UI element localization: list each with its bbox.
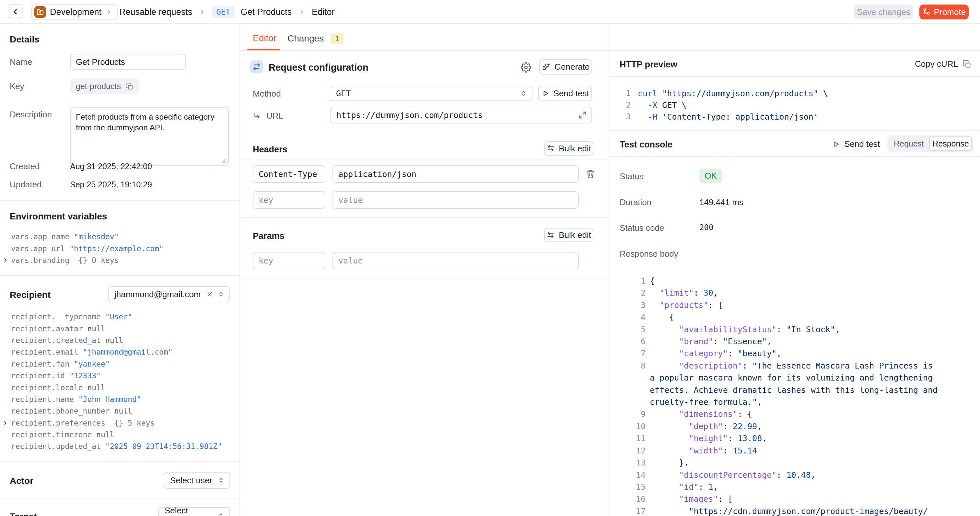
request-swap-icon <box>250 60 263 73</box>
copy-icon[interactable] <box>126 82 134 91</box>
actor-label: Actor <box>10 476 33 486</box>
key-input[interactable] <box>253 191 325 209</box>
attribute-row: recipient.locale null <box>0 382 236 393</box>
code-line: 1curl "https://dummyjson.com/products" \ <box>620 88 974 99</box>
updown-chevrons-icon <box>217 512 225 516</box>
code-content: "availabilityStatus": "In Stock", <box>650 323 951 336</box>
send-test-button[interactable]: Send test <box>538 86 592 101</box>
method-label: Method <box>253 89 281 99</box>
code-content: -X GET \ <box>638 100 687 110</box>
breadcrumb: Reusable requests GET Get Products Edito… <box>119 0 335 24</box>
toggle-request[interactable]: Request <box>888 137 929 151</box>
play-icon <box>541 89 550 97</box>
header-value-input[interactable] <box>332 165 579 183</box>
attribute-key: recipient.timezone <box>11 430 96 439</box>
attribute-key: recipient.name <box>11 395 78 403</box>
copy-curl-button[interactable]: Copy cURL <box>915 59 972 69</box>
header-key-input[interactable] <box>253 165 325 183</box>
response-body-label: Response body <box>620 249 678 259</box>
divider <box>609 76 980 77</box>
attribute-key: recipient.avatar <box>11 325 87 333</box>
description-textarea[interactable]: Fetch products from a specific category … <box>70 107 229 166</box>
divider <box>240 279 609 279</box>
attribute-row: recipient.name "John Hammond" <box>0 393 236 405</box>
method-select[interactable]: GET <box>329 86 533 101</box>
params-bulk-edit-button[interactable]: Bulk edit <box>544 228 593 242</box>
save-changes-button[interactable]: Save changes <box>854 5 913 19</box>
http-preview-title: HTTP preview <box>620 60 677 70</box>
console-send-test-button[interactable]: Send test <box>832 139 880 149</box>
code-content: "https://cdn.dummyjson.com/product-image… <box>650 505 951 516</box>
chevron-right-icon[interactable] <box>3 257 8 263</box>
line-number: 3 <box>620 112 631 121</box>
expand-icon[interactable] <box>578 110 587 119</box>
code-content: "limit": 30, <box>650 287 951 299</box>
description-label: Description <box>10 110 70 119</box>
line-number: 2 <box>620 287 646 299</box>
name-label: Name <box>10 57 70 67</box>
tab-changes[interactable]: Changes 1 <box>288 33 344 44</box>
value-input[interactable] <box>332 252 579 269</box>
delete-row-button[interactable] <box>586 169 595 178</box>
details-title: Details <box>10 34 40 45</box>
attribute-row: recipient.timezone null <box>0 429 236 441</box>
tab-editor[interactable]: Editor <box>253 33 277 43</box>
breadcrumb-item-editor: Editor <box>312 7 335 17</box>
code-line: 5 "availabilityStatus": "In Stock", <box>620 323 977 336</box>
code-content: { <box>650 275 951 287</box>
target-label: Target <box>10 511 37 516</box>
status-badge: OK <box>699 169 722 183</box>
response-body-code: 1{2 "limit": 30,3 "products": [4 {5 "ava… <box>620 275 977 516</box>
name-field[interactable] <box>70 54 186 70</box>
key-pill: get-products <box>70 78 139 94</box>
attribute-row: recipient.email "jhammond@gmail.com" <box>0 346 236 358</box>
created-label: Created <box>10 161 70 172</box>
curl-code: 1curl "https://dummyjson.com/products" \… <box>620 88 974 123</box>
chevron-right-icon[interactable] <box>3 420 8 425</box>
code-line: 4 { <box>620 311 977 323</box>
attribute-key: recipient.locale <box>11 384 87 392</box>
code-content: "depth": 22.99, <box>650 420 951 432</box>
value-input[interactable] <box>332 191 579 209</box>
updown-chevrons-icon <box>520 89 527 97</box>
status-label: Status <box>620 172 644 182</box>
headers-bulk-edit-button[interactable]: Bulk edit <box>544 141 593 156</box>
attribute-value: {} 5 keys <box>110 419 154 427</box>
params-title: Params <box>253 231 285 241</box>
attribute-key: vars.branding <box>11 256 74 264</box>
line-number: 6 <box>620 336 646 347</box>
attribute-row: recipient.id "12333" <box>0 370 236 382</box>
empty-row <box>253 252 579 269</box>
clear-icon[interactable] <box>206 291 213 298</box>
attribute-value: null <box>96 430 114 439</box>
test-console-title: Test console <box>620 140 673 150</box>
merge-icon <box>922 8 931 16</box>
generate-button[interactable]: Generate <box>539 59 592 75</box>
editor-panel: Editor Changes 1 Request configuration G… <box>240 24 609 516</box>
recipient-select[interactable]: jhammond@gmail.com <box>108 286 230 303</box>
code-content: }, <box>650 457 951 469</box>
attribute-key: recipient.id <box>11 371 69 380</box>
project-switcher[interactable]: Development <box>31 4 118 20</box>
gear-icon[interactable] <box>520 61 533 74</box>
env-vars-list: vars.app_name "mikesdev"vars.app_url "ht… <box>0 231 236 266</box>
attribute-row: vars.app_url "https://example.com" <box>0 242 236 254</box>
url-field[interactable]: https://dummyjson.com/products <box>330 107 592 124</box>
back-button[interactable] <box>8 4 23 19</box>
attribute-value: null <box>105 336 123 344</box>
corner-arrow-icon <box>253 112 261 120</box>
attribute-value: "https://example.com" <box>69 244 164 253</box>
line-number: 5 <box>620 323 646 336</box>
breadcrumb-item-request-name[interactable]: Get Products <box>241 7 292 17</box>
details-sidebar: Details Name Key get-products Descriptio… <box>0 24 240 516</box>
toggle-response[interactable]: Response <box>929 137 972 151</box>
breadcrumb-item-reusable-requests[interactable]: Reusable requests <box>119 7 192 17</box>
actor-select[interactable]: Select user <box>164 472 230 489</box>
method-badge: GET <box>212 6 234 18</box>
key-input[interactable] <box>253 252 325 269</box>
chevron-right-icon <box>199 8 206 16</box>
line-number: 7 <box>620 347 646 360</box>
promote-button[interactable]: Promote <box>920 5 969 19</box>
attribute-key: recipient.__typename <box>11 312 105 321</box>
target-select[interactable]: Select tenant <box>158 507 230 516</box>
